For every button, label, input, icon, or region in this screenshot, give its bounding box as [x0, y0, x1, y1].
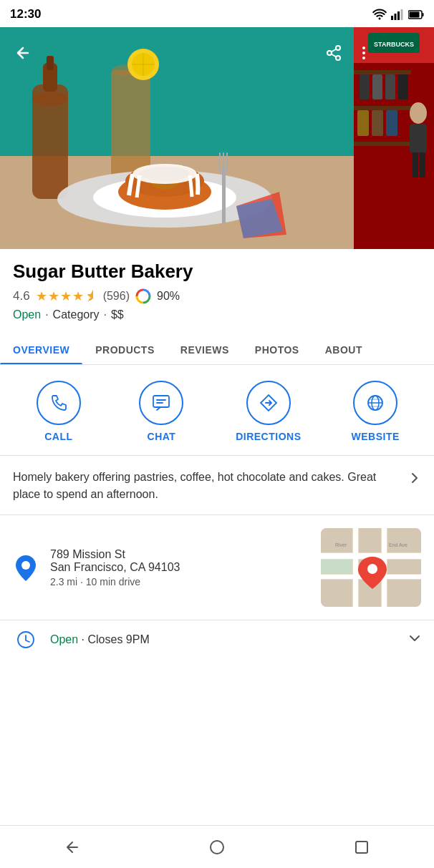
star-1: ★: [36, 288, 47, 304]
svg-rect-74: [321, 560, 352, 574]
svg-point-85: [211, 841, 223, 854]
tab-about[interactable]: ABOUT: [312, 334, 375, 364]
svg-rect-44: [410, 124, 427, 152]
hours-expand-button[interactable]: [408, 630, 421, 649]
hours-open-status: Open: [50, 633, 78, 645]
review-count: (596): [103, 290, 130, 303]
nav-recent-icon: [354, 839, 370, 855]
share-button[interactable]: [321, 40, 347, 66]
svg-rect-5: [423, 13, 424, 16]
svg-rect-28: [223, 152, 224, 172]
tab-products[interactable]: PRODUCTS: [82, 334, 168, 364]
svg-rect-86: [356, 842, 367, 853]
svg-rect-42: [398, 74, 408, 99]
tab-reviews[interactable]: REVIEWS: [168, 334, 242, 364]
svg-rect-0: [391, 16, 393, 20]
svg-point-43: [410, 102, 427, 124]
website-button[interactable]: WEBSITE: [347, 381, 404, 442]
chat-button[interactable]: CHAT: [132, 381, 190, 442]
hours-text: Open · Closes 9PM: [50, 633, 397, 646]
nav-home-button[interactable]: [196, 833, 238, 862]
svg-rect-38: [354, 142, 411, 146]
wifi-icon: [372, 9, 387, 20]
chat-circle: [139, 381, 183, 425]
tabs-container: OVERVIEW PRODUCTS REVIEWS PHOTOS ABOUT: [0, 334, 434, 365]
hero-container: STARBUCKS: [0, 27, 434, 249]
rating-row: 4.6 ★ ★ ★ ★ ⯨ (596) 90%: [13, 288, 421, 304]
svg-rect-77: [321, 580, 352, 607]
actions-row: CALL CHAT DIRECTIONS: [0, 365, 434, 456]
location-icon: [13, 555, 39, 581]
svg-text:River: River: [335, 542, 347, 547]
directions-button[interactable]: DIRECTIONS: [236, 381, 301, 442]
star-3: ★: [60, 288, 72, 304]
svg-rect-72: [359, 528, 381, 552]
svg-rect-40: [372, 74, 382, 99]
place-name: Sugar Butter Bakery: [13, 260, 421, 283]
svg-rect-29: [226, 152, 228, 172]
tab-photos[interactable]: PHOTOS: [242, 334, 312, 364]
star-5-half: ⯨: [85, 289, 97, 304]
status-time: 12:30: [10, 7, 41, 21]
hours-icon: [13, 630, 39, 649]
svg-rect-59: [153, 396, 169, 407]
map-thumbnail[interactable]: River End Ave: [321, 528, 421, 607]
svg-rect-47: [357, 110, 369, 136]
stars: ★ ★ ★ ★ ⯨: [36, 288, 97, 304]
open-status: Open: [13, 308, 41, 321]
address-distance: 2.3 mi · 10 min drive: [50, 576, 309, 587]
svg-rect-46: [420, 152, 425, 177]
map-svg: River End Ave: [321, 528, 421, 607]
svg-text:End Ave: End Ave: [389, 542, 408, 547]
bottom-nav: [0, 825, 434, 868]
star-4: ★: [72, 288, 84, 304]
back-arrow-icon: [14, 44, 32, 62]
svg-rect-27: [219, 152, 221, 172]
clock-icon: [16, 630, 35, 649]
svg-rect-2: [397, 11, 400, 20]
chat-label: CHAT: [148, 431, 176, 442]
svg-point-25: [140, 167, 190, 181]
svg-point-52: [362, 57, 365, 59]
category-text: Category: [53, 308, 100, 321]
call-label: CALL: [44, 431, 72, 442]
website-label: WEBSITE: [352, 431, 400, 442]
svg-point-50: [362, 47, 365, 49]
chat-icon: [151, 393, 171, 413]
tab-overview[interactable]: OVERVIEW: [0, 334, 82, 364]
svg-rect-26: [222, 167, 226, 224]
signal-icon: [391, 9, 404, 20]
svg-point-53: [336, 46, 340, 50]
svg-point-54: [327, 51, 332, 55]
svg-rect-49: [386, 110, 397, 136]
rating-number: 4.6: [13, 289, 30, 303]
svg-rect-10: [32, 84, 68, 199]
status-bar: 12:30: [0, 0, 434, 27]
more-icon[interactable]: [351, 40, 377, 66]
chevron-down-icon: [408, 632, 421, 645]
star-2: ★: [48, 288, 59, 304]
nav-recent-button[interactable]: [340, 833, 383, 862]
svg-rect-45: [413, 152, 418, 177]
price-text: $$: [111, 308, 124, 321]
address-line2: San Francisco, CA 94103: [50, 561, 309, 574]
svg-text:STARBUCKS: STARBUCKS: [374, 41, 414, 48]
svg-rect-12: [47, 56, 54, 70]
svg-rect-37: [354, 106, 411, 110]
description-expand-button[interactable]: [408, 472, 421, 484]
address-section: 789 Mission St San Francisco, CA 94103 2…: [0, 515, 434, 620]
directions-icon: [259, 393, 279, 413]
nav-back-button[interactable]: [51, 833, 94, 862]
nav-back-icon: [64, 839, 80, 855]
status-row: Open · Category · $$: [13, 308, 421, 321]
address-line1: 789 Mission St: [50, 548, 309, 561]
address-text-block: 789 Mission St San Francisco, CA 94103 2…: [50, 548, 309, 587]
description-section: Homely bakery offering pastries, coffee,…: [0, 456, 434, 515]
back-button[interactable]: [10, 40, 36, 66]
svg-rect-1: [395, 14, 397, 20]
svg-rect-39: [360, 74, 370, 99]
chevron-right-icon: [408, 472, 421, 484]
svg-point-83: [367, 564, 377, 574]
svg-rect-71: [321, 528, 352, 552]
call-button[interactable]: CALL: [30, 381, 87, 442]
